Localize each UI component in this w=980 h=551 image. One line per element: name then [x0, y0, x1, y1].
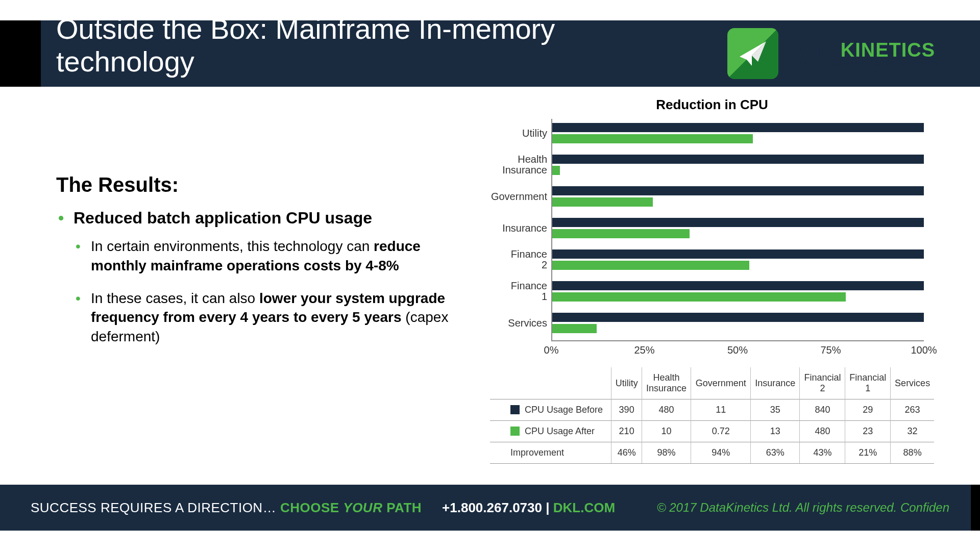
chart-x-axis: 0%25%50%75%100% [551, 340, 924, 359]
chart-category-label: Finance2 [511, 249, 552, 270]
table-cell: 210 [611, 421, 642, 442]
table-cell: 480 [800, 421, 845, 442]
bar-before [552, 186, 924, 195]
x-tick: 0% [544, 344, 559, 356]
bullet-1a: In certain environments, this technology… [74, 237, 454, 276]
legend-swatch-after [510, 427, 520, 436]
table-cell: 480 [642, 399, 691, 421]
bar-before [552, 123, 924, 132]
brand-tagline: DATA PERFORMANCE & OPTIMIZATION [788, 60, 939, 67]
table-row-header: CPU Usage After [490, 421, 611, 442]
chart-row: Services [552, 309, 924, 337]
table-cell: 840 [800, 399, 845, 421]
chart-row: Government [552, 182, 924, 211]
x-tick: 100% [911, 344, 937, 356]
data-table: UtilityHealthInsuranceGovernmentInsuranc… [490, 367, 934, 464]
table-cell: 0.72 [691, 421, 751, 442]
brand-logo: DATAKINETICS DATA PERFORMANCE & OPTIMIZA… [727, 28, 939, 79]
bar-before [552, 281, 924, 290]
paper-plane-icon [727, 28, 778, 79]
chart-row: HealthInsurance [552, 151, 924, 179]
table-cell: 23 [845, 421, 891, 442]
brand-word-kinetics: KINETICS [841, 39, 935, 61]
chart-plot: UtilityHealthInsuranceGovernmentInsuranc… [551, 119, 924, 340]
header-accent [0, 20, 41, 87]
table-row: Improvement46%98%94%63%43%21%88% [490, 442, 934, 464]
bar-before [552, 218, 924, 227]
brand-word-data: DATA [788, 39, 841, 61]
chart-row: Finance2 [552, 245, 924, 274]
chart-category-label: HealthInsurance [502, 154, 552, 176]
bar-after [552, 197, 653, 207]
table-cell: 29 [845, 399, 891, 421]
table-cell: 13 [751, 421, 800, 442]
table-col-header: Financial2 [800, 367, 845, 399]
table-col-header: Services [891, 367, 934, 399]
table-cell: 35 [751, 399, 800, 421]
chart-row: Finance1 [552, 277, 924, 306]
chart-row: Utility [552, 119, 924, 147]
table-row-header: Improvement [490, 442, 611, 464]
slide-title: Outside the Box: Mainframe In-memory tec… [56, 13, 618, 79]
table-col-header: Insurance [751, 367, 800, 399]
bar-after [552, 324, 597, 333]
table-row: CPU Usage After210100.72134802332 [490, 421, 934, 442]
chart-category-label: Utility [522, 128, 552, 139]
slide: Outside the Box: Mainframe In-memory tec… [0, 0, 980, 551]
chart-category-label: Insurance [502, 223, 552, 234]
bullet-1: Reduced batch application CPU usage In c… [56, 209, 454, 346]
svg-marker-0 [740, 41, 766, 66]
footer-accent [971, 485, 980, 531]
table-cell: 46% [611, 442, 642, 464]
bar-after [552, 134, 753, 143]
chart: Reduction in CPU UtilityHealthInsuranceG… [490, 97, 934, 359]
table-cell: 63% [751, 442, 800, 464]
brand-text: DATAKINETICS DATA PERFORMANCE & OPTIMIZA… [788, 40, 939, 67]
x-tick: 25% [634, 344, 654, 356]
table-cell: 32 [891, 421, 934, 442]
table-cell: 11 [691, 399, 751, 421]
footer-contact: +1.800.267.0730 | DKL.COM [442, 500, 615, 516]
footer: SUCCESS REQUIRES A DIRECTION… CHOOSE YOU… [0, 485, 980, 531]
bar-before [552, 313, 924, 322]
chart-title: Reduction in CPU [490, 97, 934, 113]
footer-tagline: SUCCESS REQUIRES A DIRECTION… CHOOSE YOU… [31, 500, 422, 516]
x-tick: 50% [727, 344, 748, 356]
table-cell: 98% [642, 442, 691, 464]
table-cell: 390 [611, 399, 642, 421]
table-row: CPU Usage Before390480113584029263 [490, 399, 934, 421]
bar-after [552, 166, 560, 175]
table-cell: 94% [691, 442, 751, 464]
bullet-1b: In these cases, it can also lower your s… [74, 289, 454, 346]
table-cell: 21% [845, 442, 891, 464]
results-heading: The Results: [56, 173, 454, 196]
table-col-header: Utility [611, 367, 642, 399]
bar-after [552, 261, 749, 270]
bar-after [552, 229, 690, 238]
body-text: The Results: Reduced batch application C… [56, 173, 454, 360]
footer-copyright: © 2017 DataKinetics Ltd. All rights rese… [657, 500, 949, 515]
x-tick: 75% [820, 344, 841, 356]
table-cell: 263 [891, 399, 934, 421]
chart-category-label: Services [508, 318, 552, 329]
table-row-header: CPU Usage Before [490, 399, 611, 421]
table-cell: 43% [800, 442, 845, 464]
table-col-header: Government [691, 367, 751, 399]
bar-before [552, 249, 924, 259]
table-col-header: Financial1 [845, 367, 891, 399]
table-cell: 10 [642, 421, 691, 442]
table-cell: 88% [891, 442, 934, 464]
table-col-header: HealthInsurance [642, 367, 691, 399]
chart-category-label: Government [491, 191, 552, 202]
bar-before [552, 155, 924, 164]
legend-swatch-before [510, 405, 520, 414]
chart-category-label: Finance1 [511, 281, 552, 302]
chart-row: Insurance [552, 214, 924, 242]
bar-after [552, 292, 846, 302]
